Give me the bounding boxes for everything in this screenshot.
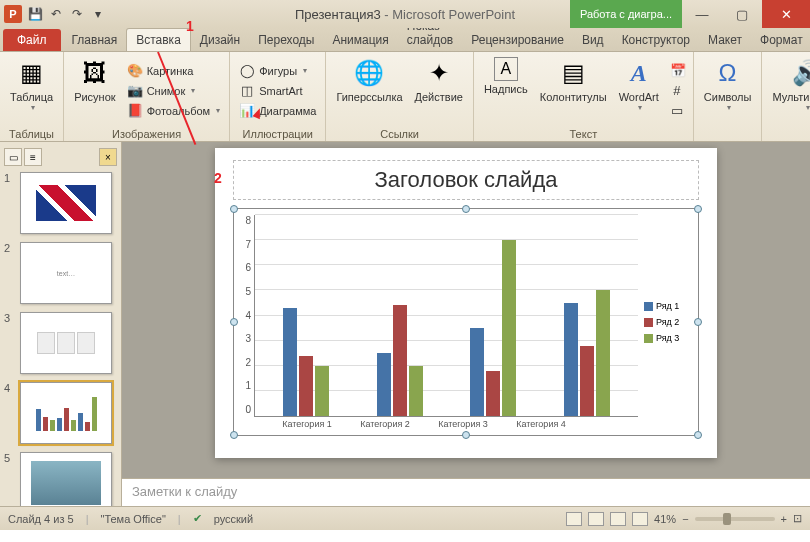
slide[interactable]: Заголовок слайда 012345678 Категория 1Ка… — [215, 148, 717, 458]
wordart-button[interactable]: AWordArt — [615, 55, 663, 126]
group-media: 🔊Мультимедиа — [762, 52, 810, 141]
redo-icon[interactable]: ↷ — [69, 6, 85, 22]
ribbon-tabs: Файл Главная Вставка Дизайн Переходы Ани… — [0, 28, 810, 52]
group-tables: ▦ Таблица Таблицы — [0, 52, 64, 141]
chart-button[interactable]: 📊Диаграмма — [236, 102, 319, 120]
slideshow-view-button[interactable] — [632, 512, 648, 526]
tab-chart-layout[interactable]: Макет — [699, 29, 751, 51]
shapes-icon: ◯ — [239, 63, 255, 79]
thumbnail-5[interactable]: 5 — [4, 452, 117, 506]
language[interactable]: русский — [214, 513, 253, 525]
speaker-icon: 🔊 — [791, 57, 810, 89]
group-links: 🌐Гиперссылка ✦Действие Ссылки — [326, 52, 474, 141]
media-button[interactable]: 🔊Мультимедиа — [768, 55, 810, 138]
globe-icon: 🌐 — [353, 57, 385, 89]
chart-tools-context-tab[interactable]: Работа с диагра... — [570, 0, 682, 28]
tab-transitions[interactable]: Переходы — [249, 29, 323, 51]
date-button[interactable]: 📅 — [667, 62, 687, 80]
slide-counter: Слайд 4 из 5 — [8, 513, 74, 525]
maximize-button[interactable]: ▢ — [722, 0, 762, 28]
object-button[interactable]: ▭ — [667, 102, 687, 120]
table-icon: ▦ — [16, 57, 48, 89]
photoalbum-icon: 📕 — [127, 103, 143, 119]
number-icon: # — [670, 83, 684, 99]
canvas-area[interactable]: Заголовок слайда 012345678 Категория 1Ка… — [122, 142, 810, 478]
tab-animations[interactable]: Анимация — [323, 29, 397, 51]
group-illustrations: ◯Фигуры ◫SmartArt 📊Диаграмма Иллюстрации — [230, 52, 326, 141]
tab-insert[interactable]: Вставка — [126, 28, 191, 51]
picture-button[interactable]: 🖼 Рисунок — [70, 55, 120, 126]
tab-chart-format[interactable]: Формат — [751, 29, 810, 51]
header-footer-button[interactable]: ▤Колонтитулы — [536, 55, 611, 126]
notes-pane[interactable]: Заметки к слайду — [122, 478, 810, 506]
sorter-view-button[interactable] — [588, 512, 604, 526]
minimize-button[interactable]: — — [682, 0, 722, 28]
tab-home[interactable]: Главная — [63, 29, 127, 51]
normal-view-button[interactable] — [566, 512, 582, 526]
thumbnail-1[interactable]: 1 — [4, 172, 117, 234]
file-tab[interactable]: Файл — [3, 29, 61, 51]
tab-chart-design[interactable]: Конструктор — [613, 29, 699, 51]
zoom-level[interactable]: 41% — [654, 513, 676, 525]
chart-area: 012345678 Категория 1Категория 2Категори… — [240, 215, 692, 429]
group-images: 🖼 Рисунок 🎨Картинка 📷Снимок 📕Фотоальбом … — [64, 52, 230, 141]
app-name: Microsoft PowerPoint — [392, 7, 515, 22]
ribbon: ▦ Таблица Таблицы 🖼 Рисунок 🎨Картинка 📷С… — [0, 52, 810, 142]
fit-button[interactable]: ⊡ — [793, 512, 802, 525]
zoom-out-button[interactable]: − — [682, 513, 688, 525]
action-button[interactable]: ✦Действие — [411, 55, 467, 126]
clipart-icon: 🎨 — [127, 63, 143, 79]
spellcheck-icon[interactable]: ✔ — [193, 512, 202, 525]
thumbnail-2[interactable]: 2text… — [4, 242, 117, 304]
quick-access-toolbar: P 💾 ↶ ↷ ▾ — [0, 5, 106, 23]
photoalbum-button[interactable]: 📕Фотоальбом — [124, 102, 224, 120]
titlebar-right: Работа с диагра... — ▢ ✕ — [570, 0, 810, 28]
annotation-2: 2 — [214, 170, 222, 186]
thumb-tab-slides[interactable]: ▭ — [4, 148, 22, 166]
group-symbols: ΩСимволы — [694, 52, 763, 141]
slide-title-placeholder[interactable]: Заголовок слайда — [233, 160, 699, 200]
thumb-panel-close[interactable]: × — [99, 148, 117, 166]
annotation-1: 1 — [186, 18, 194, 34]
chart-plot — [254, 215, 638, 417]
theme-name: "Тема Office" — [101, 513, 166, 525]
app-icon[interactable]: P — [4, 5, 22, 23]
x-axis-labels: Категория 1Категория 2Категория 3Категор… — [268, 417, 580, 429]
reading-view-button[interactable] — [610, 512, 626, 526]
symbols-button[interactable]: ΩСимволы — [700, 55, 756, 138]
save-icon[interactable]: 💾 — [27, 6, 43, 22]
action-icon: ✦ — [423, 57, 455, 89]
chart-legend: Ряд 1Ряд 2Ряд 3 — [638, 215, 692, 429]
tab-view[interactable]: Вид — [573, 29, 613, 51]
wordart-icon: A — [623, 57, 655, 89]
tab-review[interactable]: Рецензирование — [462, 29, 573, 51]
qa-customize-icon[interactable]: ▾ — [90, 6, 106, 22]
thumb-tab-outline[interactable]: ≡ — [24, 148, 42, 166]
textbox-button[interactable]: AНадпись — [480, 55, 532, 126]
object-icon: ▭ — [670, 103, 684, 119]
table-button[interactable]: ▦ Таблица — [6, 55, 57, 126]
tab-design[interactable]: Дизайн — [191, 29, 249, 51]
slide-thumbnails-panel: ▭ ≡ × 1 2text… 3 4 5 — [0, 142, 122, 506]
statusbar: Слайд 4 из 5 | "Тема Office" | ✔ русский… — [0, 506, 810, 530]
chart-object[interactable]: 012345678 Категория 1Категория 2Категори… — [233, 208, 699, 436]
clipart-button[interactable]: 🎨Картинка — [124, 62, 224, 80]
zoom-slider[interactable] — [695, 517, 775, 521]
zoom-in-button[interactable]: + — [781, 513, 787, 525]
smartart-button[interactable]: ◫SmartArt — [236, 82, 319, 100]
header-footer-icon: ▤ — [557, 57, 589, 89]
undo-icon[interactable]: ↶ — [48, 6, 64, 22]
omega-icon: Ω — [712, 57, 744, 89]
shapes-button[interactable]: ◯Фигуры — [236, 62, 319, 80]
date-icon: 📅 — [670, 63, 686, 79]
number-button[interactable]: # — [667, 82, 687, 100]
window-title: Презентация3 - Microsoft PowerPoint — [295, 7, 515, 22]
hyperlink-button[interactable]: 🌐Гиперссылка — [332, 55, 406, 126]
thumbnail-3[interactable]: 3 — [4, 312, 117, 374]
thumbnail-4[interactable]: 4 — [4, 382, 117, 444]
group-text: AНадпись ▤Колонтитулы AWordArt 📅 # ▭ Тек… — [474, 52, 694, 141]
textbox-icon: A — [494, 57, 518, 81]
doc-name: Презентация3 — [295, 7, 381, 22]
smartart-icon: ◫ — [239, 83, 255, 99]
close-button[interactable]: ✕ — [762, 0, 810, 28]
